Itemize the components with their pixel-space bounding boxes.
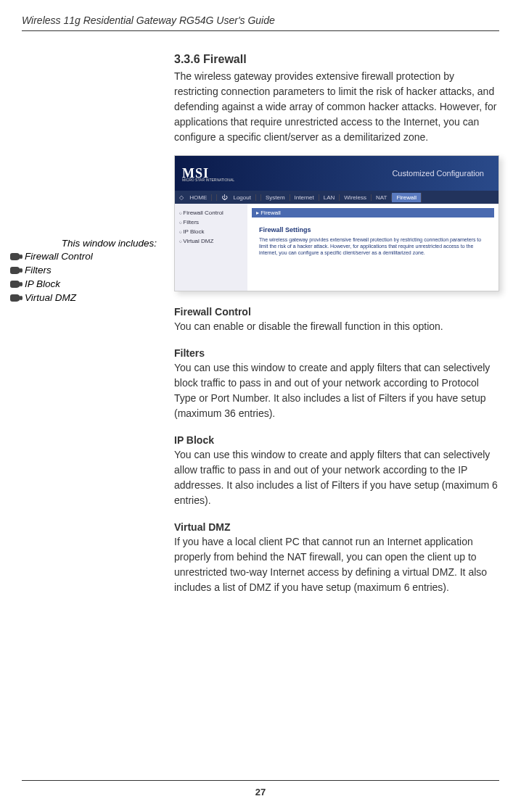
nav-tab-system[interactable]: System bbox=[261, 194, 290, 201]
sidebar-item-ip-block[interactable]: IP Block bbox=[179, 227, 243, 236]
sidebar-item-virtual-dmz[interactable]: Virtual DMZ bbox=[179, 236, 243, 246]
panel-heading: ▸ Firewall bbox=[252, 208, 494, 218]
list-item: Filters bbox=[10, 264, 163, 278]
nav-tab-firewall[interactable]: Firewall bbox=[392, 193, 422, 202]
screenshot-main: ▸ Firewall Firewall Settings The wireles… bbox=[247, 204, 499, 291]
subsection-filters: Filters You can use this window to creat… bbox=[174, 347, 499, 421]
nav-logout[interactable]: ⏻ Logout bbox=[217, 194, 261, 201]
subsection-body: You can enable or disable the firewall f… bbox=[174, 319, 499, 334]
bullet-icon bbox=[10, 267, 20, 274]
bullet-icon bbox=[10, 253, 20, 260]
subsection-firewall-control: Firewall Control You can enable or disab… bbox=[174, 306, 499, 334]
sidebar-item-filters[interactable]: Filters bbox=[179, 218, 243, 227]
subsection-title: IP Block bbox=[174, 434, 499, 446]
settings-text: The wireless gateway provides extensive … bbox=[259, 236, 487, 256]
list-item: IP Block bbox=[10, 278, 163, 291]
sidebar-item-firewall-control[interactable]: Firewall Control bbox=[179, 208, 243, 218]
subsection-body: You can use this window to create and ap… bbox=[174, 360, 499, 421]
list-item: Firewall Control bbox=[10, 250, 163, 264]
ui-screenshot: MSI MICRO STAR INTERNATIONAL Customized … bbox=[174, 155, 499, 291]
subsection-title: Virtual DMZ bbox=[174, 521, 499, 533]
subsection-virtual-dmz: Virtual DMZ If you have a local client P… bbox=[174, 521, 499, 595]
subsection-ip-block: IP Block You can use this window to crea… bbox=[174, 434, 499, 508]
bullet-icon bbox=[10, 294, 20, 302]
nav-tab-wireless[interactable]: Wireless bbox=[340, 194, 372, 201]
this-window-label: This window includes: bbox=[10, 238, 163, 249]
subsection-body: If you have a local client PC that canno… bbox=[174, 534, 499, 595]
sidebar-note: This window includes: Firewall Control F… bbox=[10, 238, 163, 305]
page-header: Wireless 11g Residential Gateway RG54G U… bbox=[22, 14, 499, 31]
msi-banner: MSI MICRO STAR INTERNATIONAL Customized … bbox=[175, 156, 499, 191]
subsection-body: You can use this window to create and ap… bbox=[174, 447, 499, 508]
nav-tab-internet[interactable]: Internet bbox=[290, 194, 319, 201]
subsection-title: Firewall Control bbox=[174, 306, 499, 318]
nav-home[interactable]: ◇ HOME bbox=[175, 194, 217, 201]
bullet-icon bbox=[10, 281, 20, 288]
section-intro: The wireless gateway provides extensive … bbox=[174, 69, 499, 145]
left-column bbox=[22, 53, 174, 608]
nav-tab-nat[interactable]: NAT bbox=[372, 194, 392, 201]
msi-logo-subtext: MICRO STAR INTERNATIONAL bbox=[182, 178, 234, 182]
list-item: Virtual DMZ bbox=[10, 291, 163, 305]
right-column: 3.3.6 Firewall The wireless gateway prov… bbox=[174, 53, 499, 608]
nav-tab-lan[interactable]: LAN bbox=[319, 194, 340, 201]
nav-bar: ◇ HOME ⏻ Logout System Internet LAN Wire… bbox=[175, 191, 499, 204]
banner-title: Customized Configuration bbox=[392, 169, 484, 178]
section-title: 3.3.6 Firewall bbox=[174, 53, 499, 66]
screenshot-sidebar: Firewall Control Filters IP Block Virtua… bbox=[175, 204, 247, 291]
page-footer: 27 bbox=[0, 780, 521, 798]
settings-title: Firewall Settings bbox=[259, 226, 487, 233]
page-number: 27 bbox=[255, 787, 266, 798]
subsection-title: Filters bbox=[174, 347, 499, 359]
